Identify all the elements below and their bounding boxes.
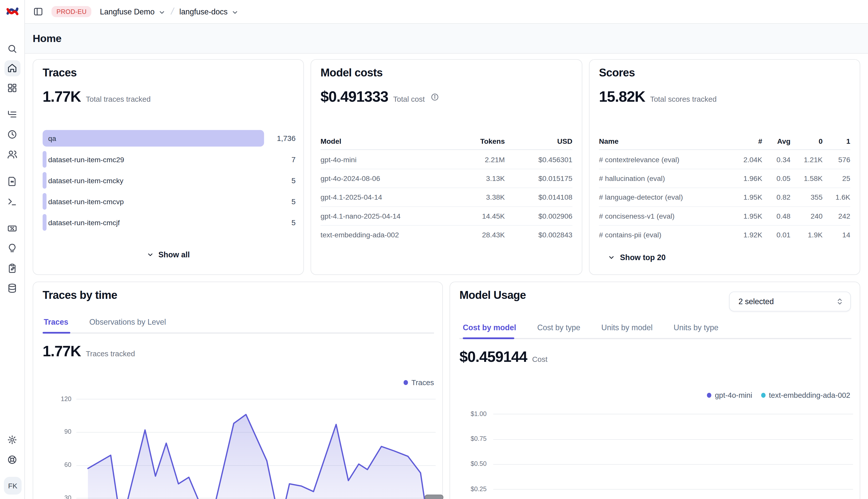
show-top-label: Show top 20 (620, 253, 666, 261)
bar (43, 193, 46, 210)
page-header: Home (25, 24, 868, 54)
show-top-20-button[interactable]: Show top 20 (608, 253, 665, 261)
model-multiselect[interactable]: 2 selected (729, 292, 851, 312)
app-window: FK PROD-EU Langfuse Demo / langfuse-docs… (0, 0, 868, 499)
table-row: gpt-4.1-nano-2025-04-1414.45K$0.002906 (321, 206, 572, 225)
legend-dot-traces (404, 380, 408, 385)
trace-name: dataset-run-item-cmcky (48, 177, 123, 185)
tab-observations-by-level[interactable]: Observations by Level (90, 318, 166, 326)
table-row: text-embedding-ada-00228.43K$0.002843 (321, 225, 572, 244)
chart-legend: gpt-4o-mini text-embedding-ada-002 (707, 391, 850, 400)
bar (43, 172, 46, 189)
page-title: Home (33, 33, 61, 45)
scores-table: Name # Avg 0 1 # contextrelevance (eval)… (599, 133, 850, 244)
y-tick: $1.00 (459, 411, 486, 417)
bar (43, 151, 46, 168)
trace-bar-list: qa 1,736 dataset-run-item-cmc29 7 datase… (43, 130, 296, 235)
card-title: Model Usage (460, 289, 526, 301)
dashboards-icon[interactable] (7, 83, 17, 93)
trace-bar-row[interactable]: qa 1,736 (43, 130, 296, 147)
traces-area-chart (76, 389, 436, 499)
model-costs-table: Model Tokens USD gpt-4o-mini2.21M$0.4563… (321, 133, 572, 244)
traces-total: 1.77K (43, 88, 81, 106)
trace-bar-row[interactable]: dataset-run-item-cmcky 5 (43, 172, 296, 189)
breadcrumb-separator: / (170, 6, 175, 17)
y-tick: 120 (44, 395, 71, 402)
tab-units-by-type[interactable]: Units by type (674, 323, 718, 332)
widget-resize-handle[interactable] (425, 495, 443, 499)
total-cost-label: Total cost (393, 95, 425, 104)
trace-count: 5 (292, 197, 296, 206)
y-tick: $0.50 (459, 460, 486, 467)
bar (43, 130, 264, 147)
show-all-button[interactable]: Show all (33, 250, 304, 259)
traces-tracked: 1.77K (43, 343, 81, 360)
trace-name: dataset-run-item-cmc29 (48, 155, 124, 164)
usage-cost-label: Cost (532, 355, 547, 364)
show-all-label: Show all (158, 250, 190, 259)
evaluation-percent-icon[interactable] (7, 223, 17, 233)
database-icon[interactable] (7, 283, 17, 293)
trace-bar-row[interactable]: dataset-run-item-cmcvp 5 (43, 193, 296, 210)
trace-bar-row[interactable]: dataset-run-item-cmc29 7 (43, 151, 296, 168)
datasets-clipboard-icon[interactable] (7, 264, 17, 273)
card-title: Model costs (321, 66, 383, 79)
table-header: Model Tokens USD (321, 133, 572, 149)
traces-tracked-label: Traces tracked (86, 350, 135, 358)
chevron-down-icon (608, 254, 615, 261)
model-costs-card: Model costs $0.491333 Total cost Model T… (310, 59, 582, 275)
y-tick: $0.25 (459, 486, 486, 492)
chevron-down-icon[interactable] (231, 9, 239, 16)
project-switcher[interactable]: langfuse-docs (179, 7, 228, 16)
support-lifebuoy-icon[interactable] (7, 455, 17, 465)
sidebar-toggle-icon[interactable] (33, 7, 43, 16)
traces-total-label: Total traces tracked (86, 95, 151, 104)
org-switcher[interactable]: Langfuse Demo (100, 7, 154, 16)
trace-bar-row[interactable]: dataset-run-item-cmcjf 5 (43, 214, 296, 231)
trace-count: 7 (292, 155, 296, 164)
tab-cost-by-type[interactable]: Cost by type (537, 323, 580, 332)
annotation-lightbulb-icon[interactable] (7, 243, 17, 253)
top-bar: PROD-EU Langfuse Demo / langfuse-docs (25, 0, 868, 24)
table-row: # hallucination (eval)1.96K0.051.58K25 (599, 169, 850, 187)
trace-name: dataset-run-item-cmcjf (48, 219, 120, 227)
chevron-down-icon[interactable] (158, 9, 166, 16)
search-icon[interactable] (7, 44, 17, 54)
usage-cost: $0.459144 (460, 349, 527, 366)
settings-gear-icon[interactable] (7, 435, 17, 445)
sessions-clock-icon[interactable] (7, 130, 17, 139)
table-row: # language-detector (eval)1.95K0.823551.… (599, 187, 850, 206)
card-title: Traces by time (43, 289, 117, 301)
tab-traces[interactable]: Traces (44, 318, 68, 326)
bar (43, 214, 46, 231)
home-icon[interactable] (7, 63, 17, 73)
total-cost: $0.491333 (321, 88, 388, 106)
chart-legend: Traces (404, 378, 434, 387)
y-tick: 30 (44, 495, 71, 499)
info-icon[interactable] (431, 93, 439, 101)
prompts-icon[interactable] (7, 177, 17, 186)
user-avatar[interactable]: FK (4, 477, 22, 495)
tab-units-by-model[interactable]: Units by model (602, 323, 653, 332)
langfuse-logo-icon (6, 5, 19, 17)
scores-total: 15.82K (599, 88, 645, 106)
table-row: gpt-4o-2024-08-063.13K$0.015175 (321, 169, 572, 187)
y-tick: 60 (44, 461, 71, 468)
env-badge: PROD-EU (51, 6, 92, 17)
playground-terminal-icon[interactable] (7, 197, 17, 207)
model-multiselect-value: 2 selected (738, 297, 774, 306)
chevron-down-icon (147, 251, 154, 258)
chevrons-up-down-icon (836, 297, 844, 305)
legend-dot-gpt-4o-mini (707, 393, 712, 398)
tab-cost-by-model[interactable]: Cost by model (463, 323, 516, 332)
tracing-icon[interactable] (7, 110, 17, 119)
sidebar: FK (0, 0, 25, 499)
table-row: # contains-pii (eval)1.92K0.011.9K14 (599, 225, 850, 244)
y-tick: $0.75 (459, 436, 486, 442)
model-usage-card: Model Usage 2 selected Cost by model Cos… (450, 282, 860, 499)
card-title: Traces (43, 66, 77, 79)
active-tab-indicator (463, 338, 514, 339)
legend-dot-text-embedding-ada-002 (761, 393, 765, 398)
trace-count: 5 (292, 177, 296, 185)
users-icon[interactable] (7, 149, 17, 159)
